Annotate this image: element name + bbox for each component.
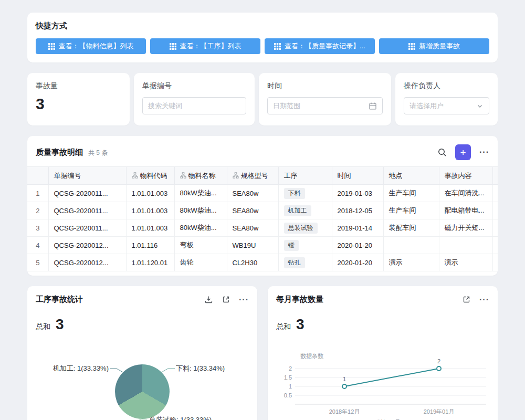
row-index: 3 [27,219,48,237]
shortcut-button-2[interactable]: 查看：【质量事故记录】... [265,38,375,54]
pie-chart: 机加工: 1(33.33%) 下料: 1(33.34%) 总装试验: 1(33.… [36,341,249,420]
cell-material-name: 80kW柴油... [174,202,227,219]
doc-no-search-input[interactable] [148,102,240,110]
detail-table: 单据编号物料代码物料名称规格型号工序时间地点事故内容操作负责人 1QCSG-20… [27,166,498,271]
table-header-row: 单据编号物料代码物料名称规格型号工序时间地点事故内容操作负责人 [27,167,498,185]
filter-card-time: 时间 [259,73,391,125]
pie-label-machining: 机加工: 1(33.33%) [53,364,109,373]
grid-icon [408,43,415,50]
cell-material-code: 1.01.01.003 [126,202,174,219]
filter-label-operator: 操作负责人 [404,81,489,91]
cell-place: 演示 [383,254,439,271]
table-row[interactable]: 5QCSG-2020012...1.01.120.01齿轮CL2H30钻孔202… [27,254,498,271]
cell-content: 演示 [439,254,492,271]
doc-no-search-field[interactable] [142,97,246,114]
cell-content: 配电箱带电... [439,202,492,219]
add-record-button[interactable]: + [455,144,471,160]
expand-button[interactable] [462,295,471,304]
process-tag: 下料 [284,188,305,199]
expand-button[interactable] [222,295,230,304]
column-header-label: 物料代码 [140,172,167,180]
y-tick-label: 1 [289,383,292,390]
table-row[interactable]: 3QCSG-2020011...1.01.01.00380kW柴油...SEA8… [27,219,498,237]
shortcut-button-3[interactable]: 新增质量事故 [379,38,489,54]
filter-card-doc-no: 单据编号 [134,73,255,125]
chevron-down-icon[interactable] [476,102,484,110]
cell-material-name: 80kW柴油... [174,185,227,202]
cell-time: 2018-12-05 [332,202,383,219]
pie-graphic[interactable] [115,364,170,419]
shortcut-buttons: 查看：【物料信息】列表查看：【工序】列表查看：【质量事故记录】...新增质量事故 [36,38,489,54]
cell-time: 2019-01-14 [332,219,383,237]
cell-doc-no: QCSG-2020011... [48,185,126,202]
data-point[interactable] [342,384,346,388]
cell-operator [492,237,498,254]
column-header-label: 事故内容 [445,172,472,180]
date-range-input[interactable] [273,102,365,110]
data-point-label: 1 [343,376,346,382]
data-point[interactable] [437,366,441,371]
filter-card-operator: 操作负责人 请选择用户 [395,73,498,125]
grid-icon [170,43,176,50]
table-row[interactable]: 4QCSG-2020012...1.01.116弯板WB19U镗2020-01-… [27,237,498,254]
link-field-icon [233,172,239,178]
row-index: 4 [27,237,48,254]
cell-operator [492,185,498,202]
download-icon [204,295,213,304]
y-tick-label: 2 [289,365,292,372]
more-icon[interactable]: ··· [479,148,489,157]
date-range-field[interactable] [267,97,383,114]
column-header-label: 工序 [284,172,298,180]
download-button[interactable] [204,295,213,304]
search-icon [437,148,447,157]
column-header: 工序 [278,167,332,185]
x-tick-label: 2018年12月 [329,408,360,415]
table-body: 1QCSG-2020011...1.01.01.00380kW柴油...SEA8… [27,185,498,271]
column-header-label: 时间 [338,172,351,180]
pie-label-blanking: 下料: 1(33.34%) [176,364,225,373]
filter-label-time: 时间 [267,81,383,91]
row-index: 5 [27,254,48,271]
charts-row: 工序事故统计 ··· 总和 3 机加工: 1(33.33%) [27,286,498,420]
shortcut-button-0[interactable]: 查看：【物料信息】列表 [36,38,146,54]
table-scroll-area[interactable]: 单据编号物料代码物料名称规格型号工序时间地点事故内容操作负责人 1QCSG-20… [27,166,498,271]
shortcuts-card: 快捷方式 查看：【物料信息】列表查看：【工序】列表查看：【质量事故记录】...新… [27,13,498,62]
column-header-index [27,167,48,185]
cell-material-code: 1.01.120.01 [126,254,174,271]
table-count: 共 5 条 [88,149,108,158]
cell-spec: SEA80w [227,202,278,219]
pie-label-assembly: 总装试验: 1(33.33%) [149,416,212,420]
dashboard-page: 快捷方式 查看：【物料信息】列表查看：【工序】列表查看：【质量事故记录】...新… [0,0,525,420]
stat-value: 3 [36,95,121,113]
column-header: 物料代码 [126,167,174,185]
more-icon[interactable]: ··· [239,295,249,304]
row-index: 2 [27,202,48,219]
cell-material-code: 1.01.116 [126,237,174,254]
table-row[interactable]: 1QCSG-2020011...1.01.01.00380kW柴油...SEA8… [27,185,498,202]
filter-label-doc-no: 单据编号 [142,81,246,91]
process-tag: 镗 [284,240,299,251]
shortcut-button-1[interactable]: 查看：【工序】列表 [150,38,260,54]
search-button[interactable] [437,148,447,157]
line-chart[interactable]: 数据条数21.510.52018年12月2019年01月12时间（月） [276,350,489,420]
process-tag: 总装试验 [284,223,318,234]
column-header: 物料名称 [174,167,227,185]
detail-table-card: 质量事故明细 共 5 条 + ··· 单据编号物料代码物料名称规格型号工序时间地… [27,136,498,276]
user-select[interactable]: 请选择用户 [404,97,489,114]
process-tag: 机加工 [284,205,311,216]
table-row[interactable]: 2QCSG-2020011...1.01.01.00380kW柴油...SEA8… [27,202,498,219]
cell-material-name: 齿轮 [174,254,227,271]
more-icon[interactable]: ··· [479,295,489,304]
cell-process: 镗 [278,237,332,254]
cell-doc-no: QCSG-2020012... [48,254,126,271]
calendar-icon[interactable] [369,102,377,110]
cell-time: 2019-01-03 [332,185,383,202]
cell-process: 下料 [278,185,332,202]
process-chart-title: 工序事故统计 [36,295,83,304]
cell-content: 磁力开关短... [439,219,492,237]
column-header: 地点 [383,167,439,185]
plus-icon: + [460,148,466,158]
column-header-label: 单据编号 [54,172,81,180]
shortcut-button-label: 查看：【质量事故记录】... [285,41,365,51]
monthly-chart-title: 每月事故数量 [276,295,323,304]
